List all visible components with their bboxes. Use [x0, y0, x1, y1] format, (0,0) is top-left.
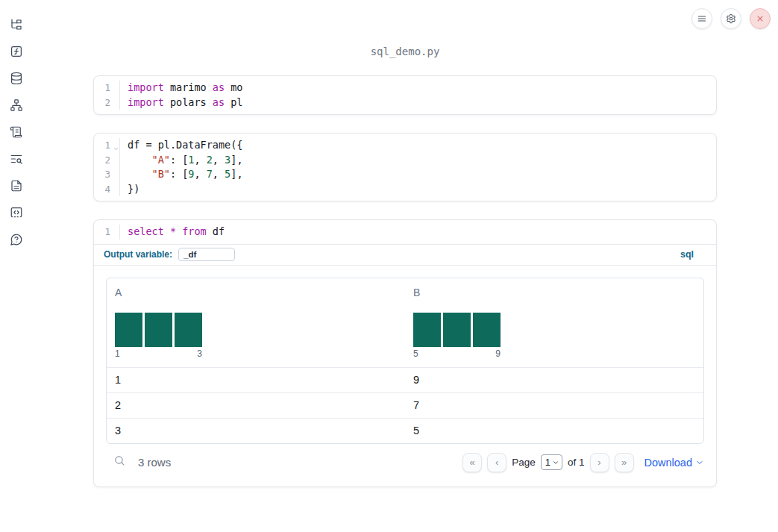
chevron-down-icon [552, 459, 559, 466]
line-number: 1 [94, 138, 119, 153]
gear-icon [726, 13, 736, 24]
table-cell: 9 [405, 374, 703, 386]
code-lines: select * from df [119, 225, 716, 240]
line-number: 4 [94, 182, 119, 197]
table-cell: 3 [107, 425, 405, 436]
next-page-button[interactable]: › [590, 453, 609, 472]
table-row: 2 7 [107, 392, 703, 418]
column-header-a: A 1 3 [107, 278, 405, 367]
code-line: select * from df [128, 225, 716, 240]
line-number: 1 [94, 225, 119, 240]
column-histogram: 5 9 [413, 313, 501, 359]
code-line: import marimo as mo [128, 81, 716, 96]
histogram-ticks: 1 3 [115, 348, 202, 359]
dataframe-table: A 1 3 [106, 278, 704, 444]
page-label: Page [512, 457, 536, 468]
hist-min-label: 5 [413, 348, 418, 359]
hist-max-label: 3 [197, 348, 202, 359]
database-icon[interactable] [10, 72, 23, 85]
prev-page-button[interactable]: ‹ [487, 453, 506, 472]
fold-chevron-icon[interactable] [113, 142, 119, 148]
page-select-value: 1 [545, 457, 550, 468]
histogram-bars [115, 313, 202, 347]
download-label: Download [644, 457, 693, 469]
code-line: }) [128, 182, 716, 197]
histogram-bar [413, 313, 441, 347]
download-button[interactable]: Download [644, 457, 705, 469]
next-page-icon: › [597, 457, 600, 468]
last-page-button[interactable]: » [615, 453, 634, 472]
code-line: "A": [1, 2, 3], [128, 153, 716, 168]
code-line: "B": [9, 7, 5], [128, 167, 716, 182]
line-number-gutter: 1 [94, 225, 119, 240]
histogram-ticks: 5 9 [413, 348, 501, 359]
histogram-bars [413, 313, 501, 347]
hist-max-label: 9 [495, 348, 501, 359]
table-cell: 2 [107, 399, 405, 411]
table-cell: 1 [107, 374, 405, 386]
column-header-b: B 5 9 [405, 278, 703, 367]
code-editor[interactable]: 1 2 3 4 df = pl.DataFrame({ "A": [1, 2, … [94, 134, 716, 201]
settings-button[interactable] [721, 8, 741, 29]
line-number-gutter: 1 2 3 4 [94, 138, 119, 196]
dependency-graph-icon[interactable] [10, 98, 23, 112]
line-number: 2 [94, 96, 119, 110]
column-histogram: 1 3 [115, 313, 202, 359]
table-cell: 5 [405, 425, 703, 436]
code-line: import polars as pl [128, 96, 716, 110]
code-line: df = pl.DataFrame({ [128, 138, 716, 153]
histogram-bar [145, 313, 172, 347]
output-variable-input[interactable] [178, 248, 235, 261]
cell-sql[interactable]: 1 select * from df Output variable: sql … [93, 219, 717, 487]
function-icon[interactable] [10, 45, 23, 58]
cell-dataframe[interactable]: 1 2 3 4 df = pl.DataFrame({ "A": [1, 2, … [93, 133, 717, 201]
code-lines: import marimo as mo import polars as pl [119, 81, 716, 110]
scratchpad-icon[interactable] [10, 206, 23, 219]
help-icon[interactable] [10, 233, 23, 246]
chevron-down-icon [695, 458, 704, 467]
code-editor[interactable]: 1 select * from df [94, 220, 716, 244]
shutdown-button[interactable] [750, 8, 771, 29]
search-icon[interactable] [113, 454, 126, 470]
file-tree-icon[interactable] [10, 18, 23, 31]
last-page-icon: » [621, 457, 627, 468]
first-page-button[interactable]: « [462, 453, 482, 472]
line-number-gutter: 1 2 [94, 81, 119, 110]
logs-icon[interactable] [10, 125, 23, 139]
line-number: 3 [94, 167, 119, 182]
table-row: 1 9 [107, 367, 703, 392]
notebook-filename: sql_demo.py [93, 46, 717, 57]
code-editor[interactable]: 1 2 import marimo as mo import polars as… [94, 76, 716, 114]
cell-output: A 1 3 [94, 265, 716, 486]
line-number: 2 [94, 153, 119, 168]
table-header-row: A 1 3 [107, 278, 703, 367]
column-name[interactable]: B [413, 287, 420, 298]
row-count-label: 3 rows [138, 456, 171, 469]
line-number: 1 [94, 81, 119, 96]
page-of-label: of 1 [568, 457, 585, 468]
hist-min-label: 1 [115, 348, 120, 359]
column-name[interactable]: A [115, 287, 122, 298]
helper-panel-sidebar [0, 0, 33, 532]
notebook-content: sql_demo.py 1 2 import marimo as mo impo… [93, 0, 717, 487]
first-page-icon: « [470, 457, 475, 468]
histogram-bar [473, 313, 501, 347]
histogram-bar [175, 313, 202, 347]
language-badge[interactable]: sql [680, 249, 694, 260]
cell-imports[interactable]: 1 2 import marimo as mo import polars as… [93, 75, 717, 115]
sql-cell-footer: Output variable: sql [94, 244, 716, 265]
histogram-bar [443, 313, 471, 347]
output-variable-label: Output variable: [104, 249, 172, 260]
table-footer: 3 rows « ‹ Page 1 of 1 › » Download [106, 451, 704, 475]
histogram-bar [115, 313, 142, 347]
documentation-icon[interactable] [10, 179, 23, 193]
table-row: 3 5 [107, 418, 703, 443]
table-cell: 7 [405, 399, 703, 411]
page-select[interactable]: 1 [541, 454, 562, 470]
prev-page-icon: ‹ [495, 457, 498, 468]
code-lines: df = pl.DataFrame({ "A": [1, 2, 3], "B":… [119, 138, 716, 196]
snippets-search-icon[interactable] [10, 152, 23, 166]
close-icon [755, 13, 765, 24]
